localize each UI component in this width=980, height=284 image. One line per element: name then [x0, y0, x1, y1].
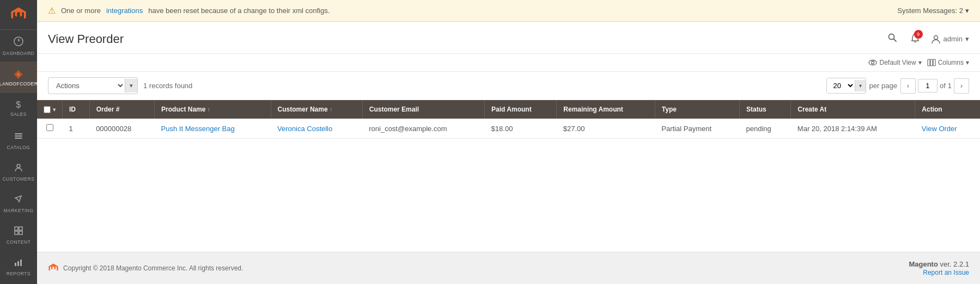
columns-icon	[927, 58, 936, 67]
cell-remaining-amount: $27.00	[557, 119, 655, 139]
dashboard-icon	[13, 36, 24, 48]
th-customer-name[interactable]: Customer Name ↑	[271, 100, 362, 119]
pagination-prev-button[interactable]: ‹	[900, 78, 916, 94]
pagination-nav: ‹ of 1 ›	[900, 78, 969, 94]
sidebar-item-sales[interactable]: $ SALES	[0, 93, 37, 125]
report-issue-link[interactable]: Report an Issue	[923, 269, 969, 276]
svg-rect-17	[928, 59, 930, 66]
table-body: 1 000000028 Push It Messenger Bag Veroni…	[37, 119, 980, 139]
page-size-select[interactable]: 20	[827, 78, 855, 93]
svg-point-16	[872, 61, 874, 64]
sidebar-item-content-label: CONTENT	[7, 239, 31, 245]
magento-footer-logo-icon	[48, 263, 59, 274]
search-button[interactable]	[885, 30, 899, 47]
landofcoder-icon: ◈	[14, 68, 23, 79]
default-view-button[interactable]: Default View ▾	[868, 58, 921, 67]
admin-menu-button[interactable]: admin ▾	[931, 34, 969, 44]
th-create-at: Create At	[791, 100, 915, 119]
customer-name-link[interactable]: Veronica Costello	[277, 125, 332, 133]
page-size-dropdown-button[interactable]: ▾	[855, 80, 866, 91]
cell-customer-email: roni_cost@example.com	[362, 119, 484, 139]
cell-create-at: Mar 20, 2018 2:14:39 AM	[791, 119, 915, 139]
footer: Copyright © 2018 Magento Commerce Inc. A…	[37, 252, 980, 284]
th-dropdown-icon[interactable]: ▾	[53, 107, 56, 113]
header-actions: 9 admin ▾	[885, 30, 969, 48]
footer-right: Magento ver. 2.2.1 Report an Issue	[909, 260, 969, 276]
svg-point-14	[934, 35, 938, 39]
svg-rect-5	[15, 227, 18, 230]
records-found: 1 records found	[143, 82, 192, 90]
admin-label: admin	[944, 35, 963, 43]
sidebar-item-reports[interactable]: REPORTS	[0, 251, 37, 282]
sidebar-item-marketing-label: MARKETING	[3, 208, 33, 213]
row-checkbox-0[interactable]	[46, 124, 53, 131]
notification-button[interactable]: 9	[908, 30, 923, 48]
sort-customer-icon: ↑	[330, 107, 332, 113]
th-type: Type	[655, 100, 739, 119]
th-checkbox: ▾	[37, 100, 63, 119]
actions-select-wrapper: Actions ▾	[48, 77, 138, 94]
product-name-link[interactable]: Push It Messenger Bag	[161, 125, 235, 133]
th-product-name[interactable]: Product Name ↑	[155, 100, 271, 119]
toolbar-row: Default View ▾ Columns ▾	[37, 54, 980, 72]
th-customer-email: Customer Email	[362, 100, 484, 119]
customers-icon	[14, 163, 23, 174]
table-row: 1 000000028 Push It Messenger Bag Veroni…	[37, 119, 980, 139]
cell-customer-name: Veronica Costello	[271, 119, 362, 139]
svg-rect-1	[15, 133, 22, 134]
svg-point-15	[869, 60, 876, 65]
main-content: ⚠ One or more integrations have been res…	[37, 0, 980, 284]
alert-integrations-link[interactable]: integrations	[106, 7, 143, 15]
sidebar: DASHBOARD ◈ LANDOFCODER $ SALES CATALOG …	[0, 0, 37, 284]
total-pages: 1	[948, 82, 952, 90]
page-header: View Preorder 9 admin	[37, 22, 980, 54]
sidebar-item-reports-label: REPORTS	[7, 271, 31, 276]
svg-rect-8	[19, 231, 22, 234]
sidebar-item-customers[interactable]: CUSTOMERS	[0, 156, 37, 188]
svg-rect-19	[933, 59, 935, 66]
columns-label: Columns	[938, 59, 964, 66]
eye-icon	[868, 58, 877, 67]
sidebar-logo	[0, 0, 37, 30]
svg-rect-10	[17, 261, 19, 266]
page-number-input[interactable]	[918, 79, 938, 92]
sidebar-item-catalog[interactable]: CATALOG	[0, 125, 37, 156]
svg-rect-11	[20, 260, 22, 266]
sidebar-item-dashboard[interactable]: DASHBOARD	[0, 30, 37, 61]
footer-version: ver. 2.2.1	[940, 260, 969, 268]
svg-rect-9	[15, 263, 16, 266]
system-messages-btn[interactable]: System Messages: 2 ▾	[897, 7, 969, 15]
cell-action: View Order	[915, 119, 980, 139]
page-title: View Preorder	[48, 32, 885, 46]
footer-copyright-text: Copyright © 2018 Magento Commerce Inc. A…	[63, 264, 243, 272]
sidebar-item-catalog-label: CATALOG	[7, 145, 31, 150]
cell-id: 1	[63, 119, 90, 139]
view-order-link[interactable]: View Order	[922, 125, 957, 133]
th-action: Action	[915, 100, 980, 119]
table-wrapper: ▾ ID Order # Product Name ↑ Customer Nam…	[37, 100, 980, 252]
reports-icon	[14, 257, 23, 269]
th-remaining-amount: Remaining Amount	[557, 100, 655, 119]
select-all-checkbox[interactable]	[44, 106, 51, 113]
sidebar-item-landofcoder[interactable]: ◈ LANDOFCODER	[0, 61, 37, 93]
alert-text-after: have been reset because of a change to t…	[148, 7, 330, 15]
cell-paid-amount: $18.00	[485, 119, 557, 139]
actions-dropdown-button[interactable]: ▾	[125, 79, 137, 92]
admin-avatar-icon	[931, 34, 941, 44]
magento-logo-icon	[10, 6, 27, 23]
page-size-wrapper: 20 ▾	[826, 78, 866, 94]
system-messages-label: System Messages: 2	[897, 7, 963, 15]
actions-select[interactable]: Actions	[48, 78, 125, 94]
svg-rect-2	[15, 135, 22, 137]
cell-type: Partial Payment	[655, 119, 739, 139]
svg-rect-6	[19, 227, 22, 230]
sidebar-item-content[interactable]: CONTENT	[0, 219, 37, 251]
svg-rect-3	[15, 138, 22, 139]
svg-rect-18	[930, 59, 933, 66]
notification-badge: 9	[914, 30, 923, 39]
pagination-next-button[interactable]: ›	[954, 78, 969, 94]
sidebar-item-marketing[interactable]: MARKETING	[0, 188, 37, 219]
columns-button[interactable]: Columns ▾	[927, 58, 969, 67]
search-icon	[887, 33, 897, 42]
preorder-table: ▾ ID Order # Product Name ↑ Customer Nam…	[37, 100, 980, 139]
